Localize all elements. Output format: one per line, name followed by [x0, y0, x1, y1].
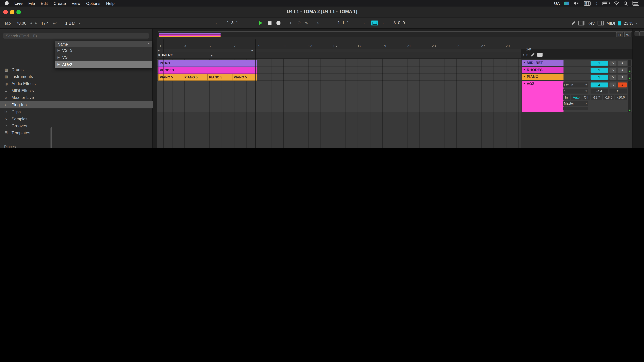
expand-arrow-icon[interactable]: ▶ [58, 56, 60, 59]
plugin-row-vst[interactable]: ▶VST [55, 54, 152, 61]
clip-piano-1[interactable]: PIANO 5 [158, 74, 184, 81]
track-name-cell[interactable]: ▸MIDI REF [522, 60, 564, 66]
monitor-auto-button[interactable]: Auto [571, 95, 582, 100]
tap-tempo-button[interactable]: Tap [2, 20, 12, 26]
stop-button[interactable] [268, 21, 272, 25]
arrangement-grid-tracks[interactable]: INTRO RHODES PIANO 5 PIANO 5 PIANO 5 PIA… [157, 59, 521, 112]
plugin-row-auv2[interactable]: ▶AUv2 [55, 61, 152, 68]
scroll-left-icon[interactable]: ◂ [522, 53, 524, 57]
loop-start-marker-icon[interactable]: ▸ [158, 49, 160, 52]
arm-button-armed[interactable]: ● [618, 82, 627, 87]
loop-switch[interactable] [371, 20, 378, 25]
battery-icon[interactable] [602, 1, 609, 5]
browser-category-samples[interactable]: ∿Samples [0, 115, 153, 122]
browser-category-midi-effects[interactable]: ≡MIDI Effects [0, 87, 153, 94]
key-map-button[interactable]: Key [588, 21, 594, 25]
punch-in-icon[interactable]: ⌐ [364, 20, 366, 25]
expand-arrow-icon[interactable]: ▶ [58, 63, 60, 66]
loop-start[interactable]: 1. 1. 1 [338, 20, 362, 25]
track-number[interactable]: 1 [591, 60, 608, 65]
track-row-voz[interactable]: ▸VOZ Ext. In▾ 4 S ● 1▾ -4.4 C In Auto Of… [522, 81, 632, 112]
nudge-up-icon[interactable]: ▸ [36, 21, 37, 25]
solo-button[interactable]: S [610, 60, 616, 65]
ua-menu-item[interactable]: UA [554, 1, 560, 5]
fold-arrow-icon[interactable]: ▸ [524, 68, 525, 73]
arm-button[interactable]: ● [618, 60, 627, 65]
track-number[interactable]: 2 [591, 67, 608, 72]
clip-piano-4[interactable]: PIANO 5 [232, 74, 257, 81]
track-row-rhodes[interactable]: ▸RHODES 2 S ● [522, 67, 632, 73]
browser-category-clips[interactable]: ▷Clips [0, 108, 153, 115]
fold-arrow-icon[interactable]: ▸ [524, 61, 525, 66]
arrangement-grid-empty[interactable]: Drop Files and Devices Here 1/2 [157, 112, 521, 148]
track-row-piano[interactable]: ▸PIANO 3 S ● [522, 74, 632, 80]
search-input[interactable] [3, 33, 149, 38]
locator-label[interactable]: INTRO [162, 53, 174, 57]
fold-arrow-icon[interactable]: ▸ [524, 82, 525, 112]
midi-keyboard-icon[interactable] [598, 21, 604, 25]
locator-flag-icon[interactable]: ▶ [158, 53, 161, 57]
chevron-down-icon[interactable]: ▾ [148, 42, 150, 45]
fold-arrow-icon[interactable]: ▸ [524, 75, 525, 80]
menu-edit[interactable]: Edit [41, 1, 48, 5]
clip-piano-3[interactable]: PIANO 5 [208, 74, 234, 81]
quantize-caret-icon[interactable]: ▾ [79, 22, 80, 25]
time-signature[interactable]: 4 / 4 [41, 21, 49, 25]
zoom-icon[interactable] [634, 31, 640, 36]
overdub-icon[interactable]: ⊙ [297, 20, 301, 25]
browser-category-max-for-live[interactable]: ∞Max for Live [0, 94, 153, 101]
track-number[interactable]: 3 [591, 74, 608, 79]
loop-brace[interactable]: ▸ ◂ [157, 49, 521, 52]
optimize-width-button[interactable]: W [624, 32, 631, 38]
arrangement-overview[interactable] [158, 31, 632, 37]
arm-button[interactable]: ● [618, 67, 627, 72]
capture-midi-icon[interactable]: ○ [317, 20, 320, 25]
locator-lane[interactable]: ▶ INTRO ▼ [157, 52, 521, 59]
keys-icon[interactable] [537, 53, 542, 57]
plugin-panel-header[interactable]: Name ▾ [55, 41, 152, 47]
apple-logo-icon[interactable] [5, 1, 8, 5]
solo-button[interactable]: S [610, 67, 616, 72]
input-channel-chooser[interactable]: 1▾ [563, 89, 588, 93]
output-chooser[interactable]: Master▾ [563, 101, 588, 106]
browser-category-plug-ins[interactable]: ◇Plug-Ins [0, 101, 153, 108]
menu-file[interactable]: File [28, 1, 35, 5]
quantize-menu[interactable]: 1 Bar [65, 21, 75, 25]
search-icon[interactable] [624, 1, 628, 5]
plugin-row-vst3[interactable]: ▶VST3 [55, 47, 152, 54]
set-label[interactable]: Set [526, 47, 531, 51]
bluetooth-icon[interactable]: ᛒ [595, 1, 598, 5]
expand-arrow-icon[interactable]: ▶ [58, 49, 60, 52]
volume-icon[interactable] [574, 1, 580, 5]
track-name-cell[interactable]: ▸RHODES [522, 67, 564, 73]
monitor-off-button[interactable]: Off [582, 95, 590, 100]
cpu-caret-icon[interactable]: ▾ [636, 22, 638, 25]
track-row-midi-ref[interactable]: ▸MIDI REF 1 S ● [522, 60, 632, 66]
browser-category-audio-effects[interactable]: ◎Audio Effects [0, 80, 153, 87]
scroll-right-icon[interactable]: ▸ [526, 53, 528, 57]
track-volume[interactable]: -4.4 [591, 89, 608, 93]
track-number[interactable]: 4 [591, 82, 608, 87]
loop-length[interactable]: 8. 0. 0 [394, 20, 418, 25]
menu-create[interactable]: Create [54, 1, 66, 5]
input-type-chooser[interactable]: Ext. In▾ [563, 82, 588, 87]
expand-icon[interactable] [640, 31, 644, 36]
track-name-cell[interactable]: ▸PIANO [522, 74, 564, 80]
arrangement-position[interactable]: 1. 3. 1 [227, 20, 256, 25]
arm-button[interactable]: ● [618, 74, 627, 79]
beat-time-ruler[interactable]: 1 3 5 7 9 11 13 15 17 19 21 23 25 27 29 [157, 37, 632, 49]
menu-live[interactable]: Live [14, 1, 23, 5]
browser-scrollbar[interactable] [50, 127, 52, 148]
track-pan[interactable]: C [610, 89, 627, 93]
menu-options[interactable]: Options [86, 1, 100, 5]
display-icon[interactable] [564, 2, 569, 5]
wifi-icon[interactable] [614, 1, 619, 5]
computer-midi-keyboard-icon[interactable] [578, 21, 585, 25]
menu-help[interactable]: Help [106, 1, 114, 5]
solo-button[interactable]: S [610, 74, 616, 79]
clip-intro[interactable]: INTRO [158, 60, 257, 67]
nudge-down-icon[interactable]: ◂ [30, 21, 32, 25]
browser-category-grooves[interactable]: ≈Grooves [0, 122, 153, 129]
solo-button[interactable]: S [610, 82, 616, 87]
clip-rhodes[interactable]: RHODES [158, 67, 257, 74]
